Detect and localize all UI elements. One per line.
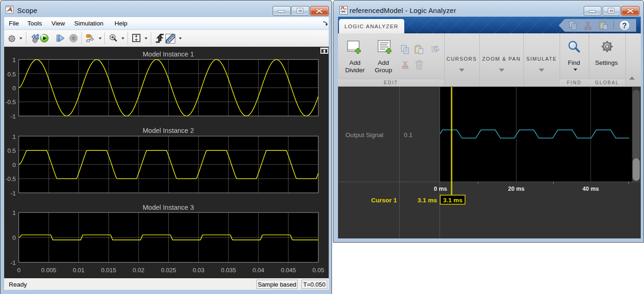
svg-text:0: 0 — [17, 266, 20, 273]
svg-text:0.1: 0.1 — [404, 131, 413, 138]
svg-text:Cursor 1: Cursor 1 — [371, 197, 397, 204]
svg-text:0 ms: 0 ms — [434, 186, 447, 192]
svg-text:-0.5: -0.5 — [6, 175, 16, 182]
svg-text:Output Signal: Output Signal — [345, 131, 383, 138]
svg-text:0.5: 0.5 — [7, 70, 16, 77]
svg-text:0.045: 0.045 — [281, 266, 296, 273]
svg-text:0.03: 0.03 — [192, 266, 204, 273]
svg-text:40 ms: 40 ms — [582, 186, 599, 192]
svg-text:0: 0 — [13, 161, 16, 168]
svg-text:0.015: 0.015 — [101, 266, 116, 273]
svg-text:-0.5: -0.5 — [6, 99, 16, 106]
svg-text:0: 0 — [13, 84, 16, 91]
svg-text:Model Instance 2: Model Instance 2 — [143, 127, 194, 134]
svg-text:0.02: 0.02 — [133, 266, 144, 273]
svg-text:-1: -1 — [10, 189, 16, 196]
svg-text:Model Instance 1: Model Instance 1 — [143, 50, 194, 57]
svg-text:0.005: 0.005 — [41, 266, 57, 273]
svg-text:-1: -1 — [10, 259, 16, 266]
svg-text:0.04: 0.04 — [253, 266, 264, 273]
svg-text:1: 1 — [13, 209, 16, 216]
svg-text:20 ms: 20 ms — [508, 186, 524, 192]
svg-text:0.035: 0.035 — [221, 266, 236, 273]
svg-text:?: ? — [622, 22, 627, 30]
svg-text:-1: -1 — [10, 113, 16, 119]
svg-text:1: 1 — [13, 133, 16, 140]
svg-text:1: 1 — [13, 56, 16, 63]
svg-text:0.01: 0.01 — [73, 266, 84, 273]
svg-text:Model Instance 3: Model Instance 3 — [143, 203, 194, 211]
svg-text:0.5: 0.5 — [7, 147, 16, 154]
svg-text:3.1 ms: 3.1 ms — [443, 197, 462, 204]
svg-text:0.05: 0.05 — [312, 266, 324, 273]
svg-text:0: 0 — [13, 234, 16, 241]
svg-text:3.1 ms: 3.1 ms — [417, 197, 437, 204]
svg-text:0.025: 0.025 — [161, 266, 176, 273]
